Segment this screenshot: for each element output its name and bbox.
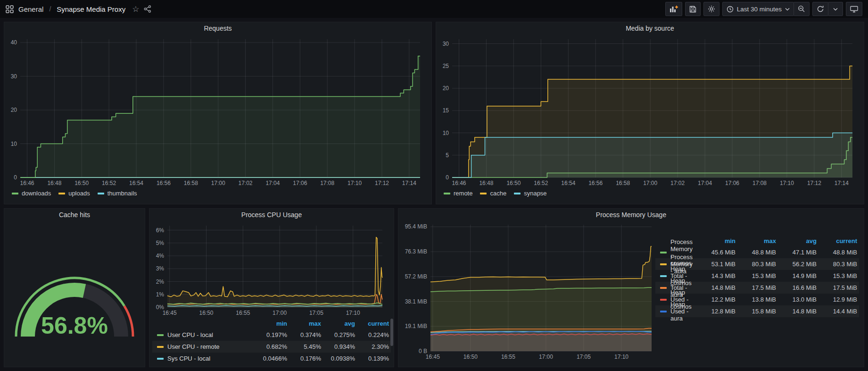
share-icon[interactable]: [144, 5, 151, 13]
svg-text:17:04: 17:04: [265, 180, 280, 186]
series-swatch-icon: [660, 311, 667, 312]
svg-text:17:10: 17:10: [347, 180, 362, 186]
series-toggle-user-cpu-remote[interactable]: User CPU - remote: [157, 343, 253, 350]
avg-value: 0.934%: [321, 343, 355, 350]
panel-cpu-usage: Process CPU Usage 16:4516:5016:5517:0017…: [149, 208, 394, 367]
legend-label: synapse: [524, 190, 546, 197]
max-value: 0.374%: [287, 331, 321, 338]
media-chart[interactable]: 16:4616:4816:5016:5216:5416:5616:5817:00…: [436, 34, 857, 189]
min-value: 0.0466%: [253, 355, 287, 362]
current-value: 15.3 MiB: [817, 272, 857, 279]
table-row: Heap Used - aura 12.8 MiB 15.8 MiB 14.8 …: [655, 305, 859, 317]
svg-text:0: 0: [14, 174, 17, 181]
legend-label: remote: [454, 190, 472, 197]
svg-text:5%: 5%: [156, 240, 165, 246]
cache-swatch-icon: [480, 193, 487, 194]
panel-title-cpu[interactable]: Process CPU Usage: [149, 209, 394, 221]
breadcrumb-folder[interactable]: General: [18, 5, 43, 13]
sort-max[interactable]: max: [287, 320, 321, 327]
max-value: 15.8 MiB: [736, 308, 776, 315]
legend-scrollbar[interactable]: [390, 319, 393, 346]
current-value: 80.3 MiB: [817, 261, 857, 268]
svg-text:10: 10: [11, 141, 17, 147]
sort-min[interactable]: min: [253, 320, 287, 327]
svg-text:17:00: 17:00: [211, 180, 225, 186]
current-value: 48.8 MiB: [817, 249, 857, 256]
legend-item-thumbnails[interactable]: thumbnails: [98, 190, 137, 197]
svg-text:1%: 1%: [156, 291, 165, 298]
series-swatch-icon: [157, 358, 164, 360]
series-swatch-icon: [660, 299, 667, 301]
svg-text:17:00: 17:00: [539, 354, 553, 360]
svg-text:76.3 MiB: 76.3 MiB: [405, 248, 427, 255]
refresh-button[interactable]: [812, 2, 828, 16]
series-toggle-user-cpu-local[interactable]: User CPU - local: [157, 331, 253, 338]
sort-avg[interactable]: avg: [776, 237, 817, 245]
panel-requests: Requests 16:4616:4816:5016:5216:5416:561…: [4, 22, 432, 204]
save-dashboard-button[interactable]: [685, 2, 701, 16]
panel-title-memory[interactable]: Process Memory Usage: [398, 209, 864, 221]
kiosk-mode-button[interactable]: [846, 2, 862, 16]
cache-hits-value: 56.8%: [41, 312, 108, 339]
svg-text:16:50: 16:50: [74, 180, 89, 186]
panel-title-requests[interactable]: Requests: [4, 22, 431, 34]
sort-current[interactable]: current: [355, 320, 389, 327]
apps-grid-icon[interactable]: [6, 5, 14, 13]
svg-text:20: 20: [11, 107, 17, 113]
memory-chart[interactable]: 16:4516:5016:5517:0017:0517:100 B19.1 Mi…: [398, 221, 655, 363]
remote-swatch-icon: [444, 193, 450, 194]
legend-item-uploads[interactable]: uploads: [58, 190, 90, 197]
sort-avg[interactable]: avg: [321, 320, 355, 327]
panel-title-cache-hits[interactable]: Cache hits: [4, 209, 145, 221]
series-toggle-sys-cpu-local[interactable]: Sys CPU - local: [157, 355, 253, 362]
svg-text:16:45: 16:45: [426, 354, 440, 360]
sort-min[interactable]: min: [695, 237, 736, 245]
dashboard-settings-button[interactable]: [703, 2, 719, 16]
svg-text:17:12: 17:12: [807, 180, 821, 186]
time-range-label: Last 30 minutes: [737, 6, 782, 13]
svg-text:5: 5: [446, 152, 449, 159]
table-row: Sys CPU - local 0.0466% 0.176% 0.0938% 0…: [152, 353, 391, 364]
legend-item-synapse[interactable]: synapse: [514, 190, 546, 197]
cpu-chart[interactable]: 16:4516:5016:5517:0017:0517:100%1%2%3%4%…: [149, 221, 388, 318]
time-range-button[interactable]: Last 30 minutes: [722, 2, 794, 16]
max-value: 80.3 MiB: [736, 261, 776, 268]
max-value: 15.3 MiB: [736, 272, 776, 279]
svg-text:17:14: 17:14: [835, 180, 849, 186]
avg-value: 16.6 MiB: [776, 284, 817, 291]
requests-legend: downloads uploads thumbnails: [4, 189, 431, 200]
panel-media-by-source: Media by source 16:4616:4816:5016:5216:5…: [436, 22, 864, 204]
svg-text:17:05: 17:05: [577, 354, 591, 360]
svg-text:16:54: 16:54: [129, 180, 143, 186]
grafana-dashboard: General / Synapse Media Proxy ☆: [0, 0, 868, 371]
sort-max[interactable]: max: [736, 237, 776, 245]
requests-chart[interactable]: 16:4616:4816:5016:5216:5416:5616:5817:00…: [4, 34, 425, 189]
current-value: 2.30%: [355, 343, 389, 350]
add-panel-button[interactable]: [665, 2, 682, 16]
sort-current[interactable]: current: [817, 237, 857, 245]
svg-text:16:52: 16:52: [102, 180, 116, 186]
svg-text:16:50: 16:50: [463, 354, 478, 360]
star-icon[interactable]: ☆: [132, 4, 139, 14]
svg-text:17:08: 17:08: [752, 180, 767, 186]
svg-text:16:48: 16:48: [47, 180, 61, 186]
svg-text:40: 40: [11, 39, 17, 46]
svg-text:16:50: 16:50: [506, 180, 521, 186]
table-row: User CPU - local 0.197% 0.374% 0.275% 0.…: [152, 329, 391, 341]
min-value: 53.1 MiB: [695, 261, 736, 268]
svg-text:16:58: 16:58: [184, 180, 198, 186]
legend-item-cache[interactable]: cache: [480, 190, 506, 197]
series-toggle-heap-used-aura[interactable]: Heap Used - aura: [660, 301, 695, 322]
legend-item-remote[interactable]: remote: [444, 190, 472, 197]
legend-item-downloads[interactable]: downloads: [12, 190, 51, 197]
min-value: 0.682%: [253, 343, 287, 350]
svg-text:3%: 3%: [156, 265, 165, 272]
series-swatch-icon: [157, 334, 164, 336]
svg-text:17:02: 17:02: [670, 180, 685, 186]
svg-text:16:54: 16:54: [561, 180, 575, 186]
svg-text:16:56: 16:56: [157, 180, 171, 186]
panel-title-media[interactable]: Media by source: [436, 22, 864, 34]
zoom-out-time-button[interactable]: [794, 2, 810, 16]
panel-memory-usage: Process Memory Usage 16:4516:5016:5517:0…: [398, 208, 864, 367]
refresh-interval-dropdown[interactable]: [828, 2, 843, 16]
